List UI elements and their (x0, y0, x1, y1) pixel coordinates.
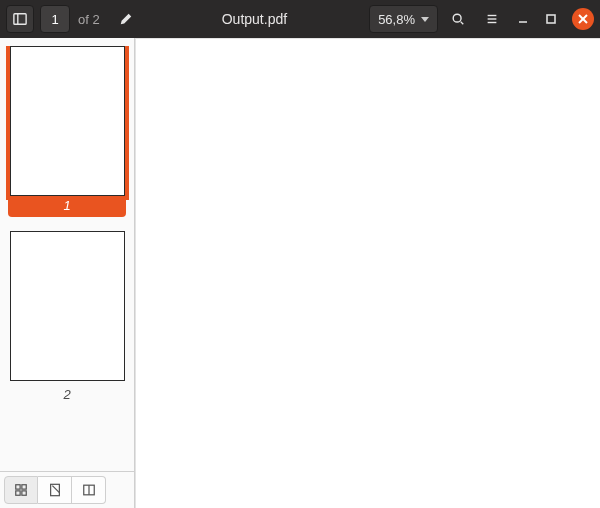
svg-line-3 (461, 22, 464, 25)
toggle-sidebar-button[interactable] (6, 5, 34, 33)
minimize-icon (517, 13, 529, 25)
chevron-down-icon (421, 17, 429, 22)
window-close-button[interactable] (572, 8, 594, 30)
svg-rect-14 (22, 491, 26, 495)
thumbnail-page-2[interactable]: 2 (8, 231, 126, 402)
thumbnail-label: 1 (8, 196, 126, 217)
menu-button[interactable] (478, 5, 506, 33)
thumbnail-page-1[interactable]: 1 (8, 46, 126, 217)
note-icon (48, 483, 62, 497)
sidebar-icon (13, 12, 27, 26)
search-button[interactable] (444, 5, 472, 33)
zoom-dropdown[interactable]: 56,8% (369, 5, 438, 33)
svg-rect-13 (16, 491, 20, 495)
annotate-button[interactable] (112, 5, 140, 33)
grid-icon (14, 483, 28, 497)
sidebar-tab-thumbnails[interactable] (4, 476, 38, 504)
search-icon (451, 12, 465, 26)
close-icon (578, 14, 588, 24)
svg-rect-8 (547, 15, 555, 23)
window-minimize-button[interactable] (512, 8, 534, 30)
document-view[interactable] (135, 38, 600, 508)
document-title: Output.pdf (146, 11, 363, 27)
window-maximize-button[interactable] (540, 8, 562, 30)
body: 1 2 (0, 38, 600, 508)
sidebar-tab-annotations[interactable] (38, 476, 72, 504)
zoom-value: 56,8% (378, 12, 415, 27)
svg-rect-0 (14, 14, 26, 25)
page-count-label: of 2 (78, 12, 100, 27)
page-number-input[interactable] (40, 5, 70, 33)
hamburger-icon (485, 12, 499, 26)
maximize-icon (545, 13, 557, 25)
pencil-icon (119, 12, 133, 26)
svg-rect-15 (50, 484, 59, 495)
svg-point-2 (453, 14, 461, 22)
sidebar: 1 2 (0, 38, 135, 508)
sidebar-view-tabs (0, 471, 134, 508)
book-icon (82, 483, 96, 497)
sidebar-tab-outline[interactable] (72, 476, 106, 504)
thumbnail-list: 1 2 (0, 46, 134, 471)
svg-line-16 (52, 486, 59, 493)
thumbnail-preview (10, 46, 125, 196)
thumbnail-preview (10, 231, 125, 381)
header-bar: of 2 Output.pdf 56,8% (0, 0, 600, 38)
svg-rect-11 (16, 485, 20, 489)
thumbnail-label: 2 (8, 387, 126, 402)
svg-rect-12 (22, 485, 26, 489)
